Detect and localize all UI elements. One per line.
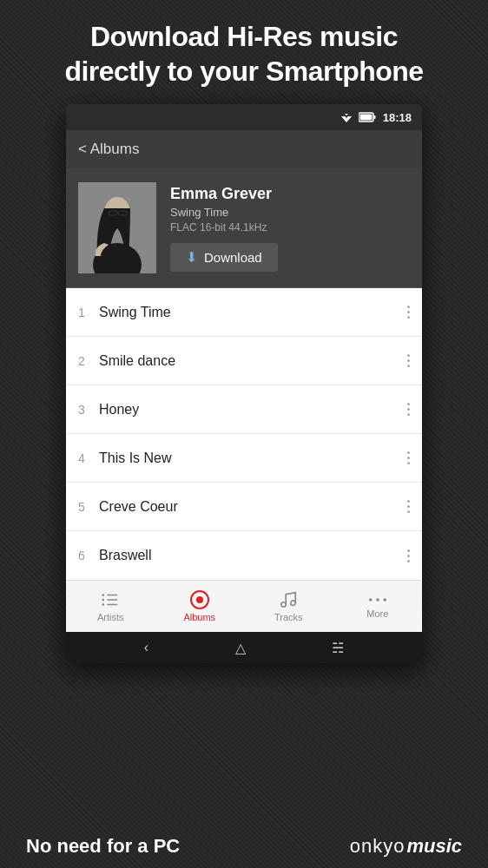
svg-point-15 xyxy=(102,599,105,602)
headline: Download Hi-Res music directly to your S… xyxy=(0,0,488,104)
track-name: Creve Coeur xyxy=(99,499,407,515)
svg-point-18 xyxy=(291,601,296,606)
bottom-bar: No need for a PC onkyo music xyxy=(0,819,488,868)
track-number: 1 xyxy=(78,306,99,319)
albums-header[interactable]: < Albums xyxy=(66,130,422,168)
artist-name: Emma Grever xyxy=(170,185,410,203)
bottom-nav: Artists Albums Tracks xyxy=(66,580,422,632)
track-number: 5 xyxy=(78,500,99,514)
nav-item-more[interactable]: More xyxy=(333,581,423,632)
download-icon: ⬇ xyxy=(186,249,197,266)
phone-frame: 18:18 < Albums xyxy=(66,104,422,663)
onkyo-brand-prefix: onkyo xyxy=(350,835,406,858)
album-format: FLAC 16-bit 44.1kHz xyxy=(170,221,410,233)
nav-item-tracks[interactable]: Tracks xyxy=(244,581,333,632)
svg-rect-4 xyxy=(373,115,375,119)
nav-label-more: More xyxy=(366,608,388,619)
status-time: 18:18 xyxy=(383,111,412,124)
more-icon xyxy=(368,594,387,606)
track-menu-icon[interactable] xyxy=(407,451,410,464)
albums-title: < Albums xyxy=(78,141,139,158)
headline-text: Download Hi-Res music directly to your S… xyxy=(26,19,462,89)
android-nav-bar: ‹ △ ☵ xyxy=(66,632,422,663)
album-info: Emma Grever Swing Time FLAC 16-bit 44.1k… xyxy=(170,185,410,272)
track-name: Smile dance xyxy=(99,353,407,369)
android-recents-button[interactable]: ☵ xyxy=(332,640,344,656)
track-name: Swing Time xyxy=(99,305,407,320)
track-list: 1 Swing Time 2 Smile dance 3 xyxy=(66,288,422,580)
track-number: 6 xyxy=(78,549,99,562)
track-item[interactable]: 4 This Is New xyxy=(66,434,422,483)
nav-label-tracks: Tracks xyxy=(274,612,303,622)
track-item[interactable]: 6 Braswell xyxy=(66,531,422,580)
album-name: Swing Time xyxy=(170,206,410,219)
track-menu-icon[interactable] xyxy=(407,354,410,367)
svg-point-21 xyxy=(383,598,386,602)
no-pc-text: No need for a PC xyxy=(26,835,180,858)
wifi-icon xyxy=(340,112,353,122)
nav-label-artists: Artists xyxy=(97,612,124,622)
albums-circle-icon xyxy=(190,590,209,609)
nav-item-artists[interactable]: Artists xyxy=(66,581,155,632)
track-menu-icon[interactable] xyxy=(407,403,410,416)
svg-point-19 xyxy=(369,598,373,602)
track-item[interactable]: 5 Creve Coeur xyxy=(66,483,422,531)
track-number: 4 xyxy=(78,451,99,465)
onkyo-brand-suffix: music xyxy=(406,835,462,858)
track-menu-icon[interactable] xyxy=(407,306,410,319)
album-card: Emma Grever Swing Time FLAC 16-bit 44.1k… xyxy=(66,168,422,288)
page-wrapper: Download Hi-Res music directly to your S… xyxy=(0,0,488,868)
android-back-button[interactable]: ‹ xyxy=(144,640,148,655)
svg-point-17 xyxy=(281,602,287,608)
track-name: This Is New xyxy=(99,450,407,466)
android-home-button[interactable]: △ xyxy=(235,640,246,656)
track-menu-icon[interactable] xyxy=(407,549,410,562)
track-menu-icon[interactable] xyxy=(407,500,410,513)
headline-line1: Download Hi-Res music xyxy=(90,21,398,52)
album-art xyxy=(78,182,156,273)
nav-item-albums[interactable]: Albums xyxy=(155,581,245,632)
svg-point-16 xyxy=(102,603,105,606)
download-label: Download xyxy=(204,250,262,265)
svg-point-20 xyxy=(376,598,379,602)
headline-line2: directly to your Smartphone xyxy=(64,56,423,87)
battery-icon xyxy=(359,112,376,122)
tracks-icon xyxy=(279,590,298,609)
track-name: Honey xyxy=(99,402,407,418)
download-button[interactable]: ⬇ Download xyxy=(170,243,278,272)
album-art-image xyxy=(78,182,156,273)
track-item[interactable]: 3 Honey xyxy=(66,385,422,434)
track-item[interactable]: 1 Swing Time xyxy=(66,288,422,337)
status-bar: 18:18 xyxy=(66,104,422,130)
track-number: 3 xyxy=(78,403,99,417)
nav-label-albums: Albums xyxy=(183,612,215,622)
track-number: 2 xyxy=(78,354,99,368)
svg-rect-5 xyxy=(359,115,372,121)
track-item[interactable]: 2 Smile dance xyxy=(66,337,422,385)
svg-point-14 xyxy=(102,594,105,596)
onkyo-logo: onkyo music xyxy=(350,835,462,858)
artists-icon xyxy=(101,590,120,609)
track-name: Braswell xyxy=(99,548,407,563)
